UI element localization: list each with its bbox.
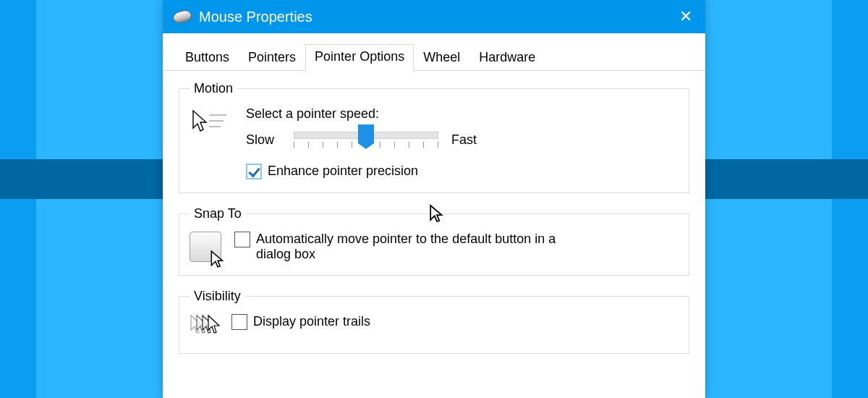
pointer-speed-label: Select a pointer speed: xyxy=(246,106,678,122)
tab-wheel[interactable]: Wheel xyxy=(414,45,469,71)
pointer-trails-label: Display pointer trails xyxy=(253,314,370,329)
titlebar[interactable]: Mouse Properties ✕ xyxy=(163,0,705,33)
enhance-precision-label: Enhance pointer precision xyxy=(268,164,418,179)
group-motion: Motion Select a poin xyxy=(179,81,689,193)
window-title: Mouse Properties xyxy=(199,9,312,25)
tab-hardware[interactable]: Hardware xyxy=(469,45,545,71)
tab-pointers[interactable]: Pointers xyxy=(239,45,305,71)
slider-fast-label: Fast xyxy=(451,132,486,148)
pointer-trails-checkbox[interactable] xyxy=(231,314,247,330)
tab-pointer-options[interactable]: Pointer Options xyxy=(305,44,414,71)
group-visibility: Visibility Display pointer trails xyxy=(179,289,689,354)
pointer-trails-icon xyxy=(190,314,231,340)
snap-to-label: Automatically move pointer to the defaul… xyxy=(256,232,589,262)
pointer-speed-icon xyxy=(190,106,231,179)
group-motion-legend: Motion xyxy=(190,81,237,96)
group-visibility-legend: Visibility xyxy=(190,289,245,304)
tab-strip: Buttons Pointers Pointer Options Wheel H… xyxy=(163,33,705,71)
slider-thumb[interactable] xyxy=(358,124,374,143)
pointer-speed-slider[interactable] xyxy=(294,126,438,153)
close-icon: ✕ xyxy=(679,7,692,26)
slider-slow-label: Slow xyxy=(246,132,281,148)
mouse-icon xyxy=(171,9,192,25)
snap-to-checkbox[interactable] xyxy=(234,232,250,247)
snap-to-icon xyxy=(190,232,221,262)
tab-buttons[interactable]: Buttons xyxy=(176,45,239,71)
group-snap-to: Snap To Automatically move pointer to th… xyxy=(179,206,689,276)
close-button[interactable]: ✕ xyxy=(679,0,692,33)
mouse-properties-window: Mouse Properties ✕ Buttons Pointers Poin… xyxy=(163,0,705,398)
enhance-precision-checkbox[interactable] xyxy=(246,164,262,179)
group-snap-to-legend: Snap To xyxy=(190,206,246,221)
